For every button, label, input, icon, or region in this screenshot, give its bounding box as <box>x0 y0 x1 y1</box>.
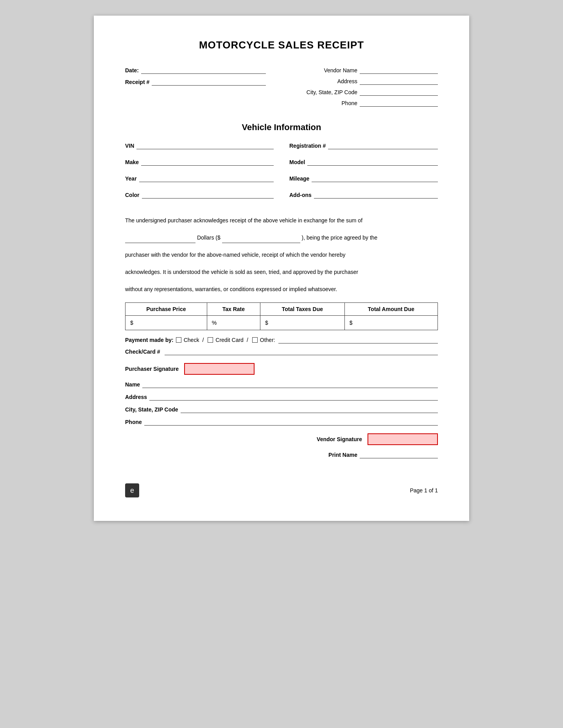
vendor-print-name-row: Print Name <box>328 451 438 458</box>
date-field[interactable] <box>141 67 266 74</box>
paragraph-line4: acknowledges. It is understood the vehic… <box>125 267 438 277</box>
total-taxes-cell[interactable]: $ <box>260 316 345 330</box>
registration-row: Registration # <box>289 142 438 149</box>
credit-card-checkbox[interactable] <box>208 337 213 343</box>
vendor-address-row: Address <box>282 78 438 85</box>
addons-row: Add-ons <box>289 191 438 199</box>
paragraph-line3: purchaser with the vendor for the above-… <box>125 249 438 260</box>
col-total-amount: Total Amount Due <box>344 303 437 316</box>
paragraph-line2: Dollars ($ ), being the price agreed by … <box>125 232 438 243</box>
tax-rate-cell[interactable]: % <box>207 316 260 330</box>
other-label: Other: <box>260 337 275 343</box>
vendor-signature-row: Vendor Signature <box>317 433 438 445</box>
mileage-row: Mileage <box>289 175 438 182</box>
card-number-label: Check/Card # <box>125 349 160 355</box>
left-top: Date: Receipt # <box>125 67 266 111</box>
mileage-field[interactable] <box>312 175 438 182</box>
brand-icon-letter: e <box>130 487 134 495</box>
receipt-label: Receipt # <box>125 79 149 85</box>
page-number: Page 1 of 1 <box>410 487 438 494</box>
receipt-row: Receipt # <box>125 79 266 86</box>
year-label: Year <box>125 175 137 182</box>
vendor-phone-field[interactable] <box>360 100 438 107</box>
year-field[interactable] <box>139 175 274 182</box>
purchaser-city-field[interactable] <box>181 406 438 413</box>
price-table: Purchase Price Tax Rate Total Taxes Due … <box>125 302 438 330</box>
vendor-city-row: City, State, ZIP Code <box>282 89 438 96</box>
purchaser-phone-label: Phone <box>125 419 142 425</box>
registration-field[interactable] <box>328 142 438 149</box>
purchaser-section: Purchaser Signature Name Address City, S… <box>125 363 438 426</box>
card-number-field[interactable] <box>165 348 438 355</box>
total-amount-cell[interactable]: $ <box>344 316 437 330</box>
brand-icon: e <box>125 483 139 497</box>
color-field[interactable] <box>142 191 274 199</box>
make-label: Make <box>125 159 139 165</box>
vendor-city-field[interactable] <box>360 89 438 96</box>
purchaser-phone-field[interactable] <box>144 419 438 426</box>
vin-row: VIN <box>125 142 274 149</box>
vendor-section: Vendor Signature Print Name <box>125 433 438 464</box>
vin-label: VIN <box>125 143 134 149</box>
table-row: $ % $ $ <box>126 316 438 330</box>
agreement-paragraph: The undersigned purchaser acknowledges r… <box>125 215 438 295</box>
vendor-address-field[interactable] <box>360 78 438 85</box>
purchaser-address-field[interactable] <box>149 394 438 401</box>
purchaser-city-label: City, State, ZIP Code <box>125 406 178 413</box>
vendor-signature-label: Vendor Signature <box>317 436 362 442</box>
paragraph-line5: without any representations, warranties,… <box>125 284 438 295</box>
color-row: Color <box>125 191 274 199</box>
addons-field[interactable] <box>314 191 438 199</box>
model-row: Model <box>289 159 438 166</box>
purchase-price-cell[interactable]: $ <box>126 316 207 330</box>
purchaser-address-row: Address <box>125 394 438 401</box>
other-checkbox[interactable] <box>252 337 258 343</box>
footer: e Page 1 of 1 <box>125 479 438 497</box>
model-field[interactable] <box>307 159 438 166</box>
purchaser-phone-row: Phone <box>125 419 438 426</box>
amount-numbers-field[interactable] <box>222 236 300 243</box>
check-checkbox[interactable] <box>176 337 181 343</box>
purchaser-name-row: Name <box>125 381 438 388</box>
registration-label: Registration # <box>289 143 326 149</box>
vehicle-section-title: Vehicle Information <box>125 122 438 132</box>
make-field[interactable] <box>141 159 274 166</box>
vin-field[interactable] <box>136 142 274 149</box>
payment-made-by-label: Payment made by: <box>125 337 174 343</box>
color-label: Color <box>125 192 140 198</box>
model-label: Model <box>289 159 305 165</box>
vendor-name-row: Vendor Name <box>282 67 438 74</box>
purchaser-signature-row: Purchaser Signature <box>125 363 438 375</box>
payment-method-row: Payment made by: Check / Credit Card / O… <box>125 336 438 343</box>
vendor-print-name-field[interactable] <box>360 451 438 458</box>
receipt-page: MOTORCYCLE SALES RECEIPT Date: Receipt #… <box>94 16 469 521</box>
purchaser-address-label: Address <box>125 394 147 400</box>
date-row: Date: <box>125 67 266 74</box>
col-tax-rate: Tax Rate <box>207 303 260 316</box>
purchaser-name-field[interactable] <box>142 381 438 388</box>
vendor-signature-box[interactable] <box>368 433 438 445</box>
vendor-phone-row: Phone <box>282 100 438 107</box>
vendor-name-field[interactable] <box>360 67 438 74</box>
vehicle-grid: VIN Registration # Make Model Year Milea… <box>125 142 438 203</box>
vendor-name-label: Vendor Name <box>324 67 357 73</box>
year-row: Year <box>125 175 274 182</box>
right-top: Vendor Name Address City, State, ZIP Cod… <box>282 67 438 111</box>
amount-words-field[interactable] <box>125 236 195 243</box>
top-section: Date: Receipt # Vendor Name Address City… <box>125 67 438 111</box>
credit-card-label: Credit Card <box>215 337 244 343</box>
receipt-field[interactable] <box>152 79 266 86</box>
page-title: MOTORCYCLE SALES RECEIPT <box>125 39 438 51</box>
date-label: Date: <box>125 67 139 73</box>
payment-section: Payment made by: Check / Credit Card / O… <box>125 336 438 355</box>
addons-label: Add-ons <box>289 192 312 198</box>
check-label: Check <box>184 337 199 343</box>
other-field[interactable] <box>278 336 438 343</box>
purchaser-name-label: Name <box>125 381 140 388</box>
col-purchase-price: Purchase Price <box>126 303 207 316</box>
paragraph-line1: The undersigned purchaser acknowledges r… <box>125 215 438 226</box>
purchaser-signature-box[interactable] <box>184 363 255 375</box>
vendor-city-label: City, State, ZIP Code <box>307 89 357 95</box>
col-total-taxes: Total Taxes Due <box>260 303 345 316</box>
card-number-row: Check/Card # <box>125 348 438 355</box>
